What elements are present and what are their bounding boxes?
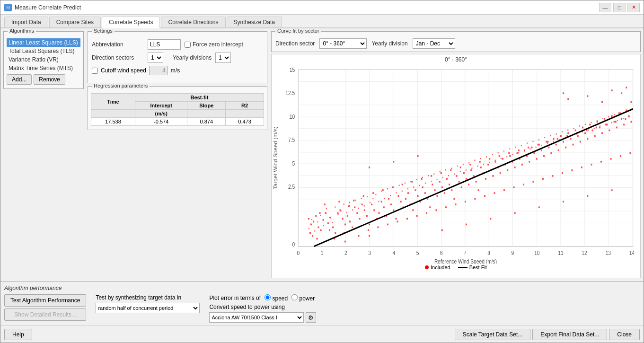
maximize-button[interactable]: □ <box>613 3 626 12</box>
svg-rect-320 <box>495 160 496 161</box>
svg-rect-263 <box>329 217 330 218</box>
svg-rect-298 <box>431 181 432 182</box>
svg-rect-377 <box>538 206 540 208</box>
yearly-divisions-select[interactable]: 1 <box>215 53 231 63</box>
svg-rect-155 <box>553 138 555 140</box>
svg-rect-87 <box>388 198 389 200</box>
svg-rect-283 <box>387 188 388 189</box>
algorithm-item-lls[interactable]: Linear Least Squares (LLS) <box>7 38 80 47</box>
power-radio-label[interactable]: power <box>291 294 315 302</box>
cutoff-unit: m/s <box>171 67 180 74</box>
svg-rect-190 <box>316 238 318 240</box>
svg-rect-361 <box>614 114 615 115</box>
svg-rect-339 <box>550 135 551 136</box>
tab-correlate-directions[interactable]: Correlate Directions <box>161 17 225 27</box>
help-button[interactable]: Help <box>4 329 32 340</box>
speed-radio-label[interactable]: speed <box>265 294 288 302</box>
minimize-button[interactable]: — <box>599 3 611 12</box>
force-zero-intercept-checkbox[interactable] <box>185 42 191 48</box>
svg-rect-355 <box>597 120 598 121</box>
svg-text:15: 15 <box>290 67 295 73</box>
add-algorithm-button[interactable]: Add... <box>7 74 32 85</box>
svg-rect-202 <box>372 192 374 194</box>
svg-rect-301 <box>440 171 441 172</box>
direction-sector-select[interactable]: 0° - 360° <box>319 38 367 49</box>
svg-rect-133 <box>500 172 501 174</box>
speed-radio[interactable] <box>265 294 271 300</box>
svg-rect-203 <box>377 227 379 229</box>
svg-rect-240 <box>557 138 558 140</box>
test-synth-select[interactable]: random half of concurrent period first h… <box>96 303 200 313</box>
power-radio[interactable] <box>291 294 298 300</box>
reg-slope: 0.874 <box>187 118 226 126</box>
plot-error-row: Plot error in terms of speed power <box>209 294 316 302</box>
close-button[interactable]: ✕ <box>627 3 640 12</box>
svg-text:2.5: 2.5 <box>288 184 295 190</box>
svg-rect-324 <box>506 156 507 157</box>
svg-rect-290 <box>407 188 408 189</box>
svg-rect-72 <box>352 227 353 229</box>
svg-rect-212 <box>421 178 423 180</box>
yearly-division-select[interactable]: Jan - Dec <box>413 38 455 49</box>
tab-synthesize-data[interactable]: Synthesize Data <box>227 17 282 27</box>
reg-bestfit-header: Best-fit <box>135 94 264 102</box>
svg-rect-187 <box>631 121 632 123</box>
svg-rect-340 <box>553 141 554 142</box>
svg-rect-70 <box>347 215 348 217</box>
svg-rect-80 <box>371 203 372 205</box>
svg-rect-267 <box>341 211 342 211</box>
tab-correlate-speeds[interactable]: Correlate Speeds <box>102 17 160 28</box>
svg-rect-115 <box>456 175 458 177</box>
svg-rect-167 <box>582 127 583 129</box>
tab-compare-sites[interactable]: Compare Sites <box>49 17 101 27</box>
svg-rect-292 <box>413 186 414 187</box>
remove-algorithm-button[interactable]: Remove <box>34 74 65 85</box>
test-algorithm-button[interactable]: Test Algorithm Performance <box>4 294 86 307</box>
svg-rect-114 <box>453 198 455 200</box>
svg-rect-260 <box>320 215 321 216</box>
svg-rect-150 <box>541 150 542 151</box>
svg-rect-142 <box>521 164 523 166</box>
svg-rect-98 <box>415 189 416 191</box>
algorithm-item-tls[interactable]: Total Least Squares (TLS) <box>7 47 80 55</box>
svg-rect-125 <box>480 167 482 168</box>
cutoff-wind-speed-checkbox[interactable] <box>92 68 98 74</box>
show-results-button[interactable]: Show Detailed Results... <box>4 308 86 321</box>
svg-rect-91 <box>398 195 399 197</box>
svg-text:0: 0 <box>297 250 300 256</box>
export-button[interactable]: Export Final Data Set... <box>532 329 607 340</box>
svg-rect-204 <box>382 189 384 191</box>
turbine-gear-button[interactable]: ⚙ <box>306 312 316 323</box>
svg-rect-156 <box>556 144 557 146</box>
svg-rect-171 <box>592 130 593 132</box>
chart-inner: 15 12.5 10 7.5 5 2.5 0 0 1 2 3 4 5 <box>272 64 640 264</box>
svg-rect-235 <box>532 181 534 183</box>
svg-rect-62 <box>327 222 329 224</box>
svg-rect-370 <box>417 155 419 157</box>
svg-rect-131 <box>495 161 496 163</box>
svg-rect-369 <box>393 161 394 163</box>
turbine-select[interactable]: Acciona AW 70/1500 Class I <box>209 312 304 323</box>
algorithm-item-vr[interactable]: Variance Ratio (VR) <box>7 55 80 64</box>
cutoff-wind-speed-input <box>149 66 168 75</box>
svg-rect-218 <box>450 169 451 171</box>
scale-button[interactable]: Scale Target Data Set... <box>455 329 531 340</box>
close-window-button[interactable]: Close <box>609 329 640 340</box>
tab-import-data[interactable]: Import Data <box>4 17 48 27</box>
svg-rect-341 <box>556 133 557 134</box>
svg-rect-183 <box>621 118 622 120</box>
svg-rect-231 <box>513 186 514 188</box>
bottom-section: Algorithm performance Test Algorithm Per… <box>0 281 644 325</box>
svg-rect-78 <box>366 215 368 217</box>
footer-left: Help <box>4 329 32 340</box>
svg-rect-58 <box>318 227 319 229</box>
direction-sectors-select[interactable]: 1 <box>148 53 163 63</box>
svg-rect-275 <box>364 205 365 206</box>
svg-rect-310 <box>466 169 467 170</box>
svg-rect-329 <box>521 145 522 146</box>
included-label: Included <box>431 264 450 270</box>
algorithm-item-mts[interactable]: Matrix Time Series (MTS) <box>7 64 80 72</box>
svg-rect-249 <box>600 161 602 163</box>
svg-rect-305 <box>451 167 452 168</box>
abbreviation-input[interactable] <box>148 39 181 50</box>
